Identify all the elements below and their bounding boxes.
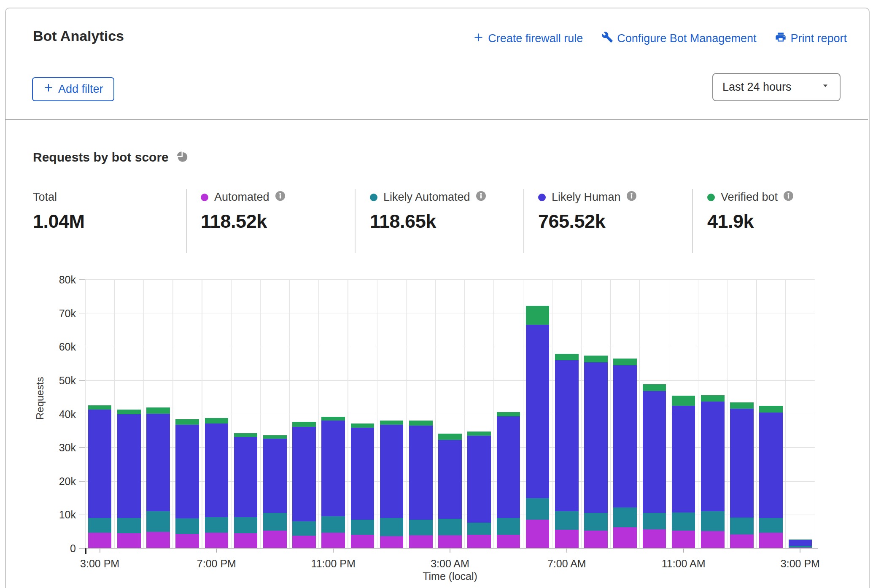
bar-segment-likely-automated[interactable] bbox=[497, 518, 520, 535]
bar-segment-automated[interactable] bbox=[613, 527, 637, 548]
bar-segment-verified-bot[interactable] bbox=[88, 405, 112, 410]
bar-segment-likely-automated[interactable] bbox=[730, 518, 754, 534]
info-icon[interactable] bbox=[275, 191, 285, 204]
bar-segment-likely-human[interactable] bbox=[205, 423, 229, 517]
bar-segment-verified-bot[interactable] bbox=[438, 434, 462, 440]
bar-segment-likely-human[interactable] bbox=[321, 421, 345, 517]
time-range-select[interactable]: Last 24 hours bbox=[712, 73, 841, 101]
bar-segment-automated[interactable] bbox=[175, 534, 199, 548]
bar-segment-automated[interactable] bbox=[438, 535, 462, 548]
bar-segment-likely-human[interactable] bbox=[613, 365, 637, 507]
bar-segment-verified-bot[interactable] bbox=[643, 384, 666, 391]
bar-segment-automated[interactable] bbox=[584, 531, 608, 548]
bar-segment-likely-automated[interactable] bbox=[409, 520, 433, 535]
add-filter-button[interactable]: Add filter bbox=[32, 77, 114, 101]
bar-segment-automated[interactable] bbox=[730, 534, 754, 548]
bar-segment-likely-human[interactable] bbox=[351, 428, 375, 520]
bar-segment-likely-automated[interactable] bbox=[321, 516, 345, 532]
bar-segment-likely-automated[interactable] bbox=[555, 511, 579, 530]
bar-segment-automated[interactable] bbox=[351, 535, 375, 548]
bar-segment-likely-automated[interactable] bbox=[175, 518, 199, 534]
bar-segment-verified-bot[interactable] bbox=[584, 356, 608, 362]
bar-segment-verified-bot[interactable] bbox=[467, 432, 491, 436]
bar-segment-likely-automated[interactable] bbox=[292, 521, 316, 535]
bar-segment-likely-human[interactable] bbox=[584, 362, 608, 513]
bar-segment-automated[interactable] bbox=[467, 535, 491, 548]
bar-segment-verified-bot[interactable] bbox=[263, 435, 287, 439]
bar-segment-automated[interactable] bbox=[205, 533, 229, 548]
bar-segment-verified-bot[interactable] bbox=[292, 422, 316, 427]
print-report-link[interactable]: Print report bbox=[775, 31, 847, 46]
bar-segment-verified-bot[interactable] bbox=[205, 418, 229, 423]
bar-segment-likely-human[interactable] bbox=[175, 425, 199, 518]
bar-segment-verified-bot[interactable] bbox=[380, 421, 404, 425]
bar-segment-likely-automated[interactable] bbox=[584, 513, 608, 530]
bar-segment-likely-automated[interactable] bbox=[438, 519, 462, 535]
bar-segment-verified-bot[interactable] bbox=[759, 406, 783, 412]
bar-segment-verified-bot[interactable] bbox=[613, 359, 637, 365]
bar-segment-automated[interactable] bbox=[526, 520, 550, 548]
bar-segment-likely-human[interactable] bbox=[467, 436, 491, 522]
bar-segment-verified-bot[interactable] bbox=[146, 407, 170, 413]
bar-segment-automated[interactable] bbox=[759, 533, 783, 548]
info-icon[interactable] bbox=[476, 191, 486, 204]
bar-segment-automated[interactable] bbox=[672, 531, 695, 548]
bar-segment-automated[interactable] bbox=[88, 533, 112, 548]
bar-segment-likely-automated[interactable] bbox=[643, 513, 666, 530]
bar-segment-likely-automated[interactable] bbox=[526, 498, 550, 520]
bar-segment-automated[interactable] bbox=[321, 533, 345, 548]
bar-segment-likely-human[interactable] bbox=[88, 410, 112, 518]
bar-segment-likely-human[interactable] bbox=[117, 414, 141, 518]
bar-segment-verified-bot[interactable] bbox=[321, 417, 345, 421]
bar-segment-likely-automated[interactable] bbox=[672, 512, 695, 531]
bar-segment-automated[interactable] bbox=[292, 536, 316, 548]
bar-segment-verified-bot[interactable] bbox=[526, 306, 550, 325]
bar-segment-likely-automated[interactable] bbox=[613, 507, 637, 527]
bar-segment-likely-human[interactable] bbox=[730, 409, 754, 518]
bar-segment-verified-bot[interactable] bbox=[234, 433, 258, 437]
bar-segment-likely-human[interactable] bbox=[701, 402, 725, 511]
bar-segment-likely-human[interactable] bbox=[409, 426, 433, 520]
bar-segment-likely-human[interactable] bbox=[789, 540, 812, 546]
bar-segment-automated[interactable] bbox=[555, 530, 579, 548]
bar-segment-automated[interactable] bbox=[497, 535, 520, 548]
bar-segment-verified-bot[interactable] bbox=[672, 396, 695, 406]
info-icon[interactable] bbox=[784, 191, 793, 204]
bar-segment-automated[interactable] bbox=[643, 529, 666, 548]
bar-segment-automated[interactable] bbox=[117, 533, 141, 548]
bar-segment-likely-automated[interactable] bbox=[701, 511, 725, 531]
bar-segment-likely-human[interactable] bbox=[526, 325, 550, 498]
configure-bot-management-link[interactable]: Configure Bot Management bbox=[601, 31, 756, 46]
bar-segment-likely-human[interactable] bbox=[555, 360, 579, 511]
bar-segment-likely-automated[interactable] bbox=[351, 520, 375, 535]
bar-segment-likely-human[interactable] bbox=[292, 427, 316, 522]
bar-segment-likely-human[interactable] bbox=[643, 391, 666, 513]
bar-segment-automated[interactable] bbox=[380, 536, 404, 548]
bar-segment-automated[interactable] bbox=[146, 532, 170, 548]
bar-segment-likely-automated[interactable] bbox=[263, 513, 287, 531]
bar-segment-likely-automated[interactable] bbox=[146, 511, 170, 532]
bar-segment-verified-bot[interactable] bbox=[497, 412, 520, 416]
bar-segment-likely-automated[interactable] bbox=[467, 523, 491, 535]
bar-segment-likely-human[interactable] bbox=[497, 416, 520, 518]
bar-segment-likely-automated[interactable] bbox=[205, 517, 229, 533]
bar-segment-likely-human[interactable] bbox=[672, 406, 695, 512]
bar-segment-verified-bot[interactable] bbox=[409, 421, 433, 425]
bar-segment-automated[interactable] bbox=[789, 548, 812, 548]
info-icon[interactable] bbox=[627, 191, 636, 204]
bar-segment-automated[interactable] bbox=[234, 533, 258, 548]
bar-segment-automated[interactable] bbox=[409, 535, 433, 548]
bar-segment-verified-bot[interactable] bbox=[730, 402, 754, 408]
bar-segment-likely-human[interactable] bbox=[234, 437, 258, 517]
bar-segment-likely-human[interactable] bbox=[263, 439, 287, 513]
bar-segment-automated[interactable] bbox=[701, 531, 725, 548]
bar-segment-likely-automated[interactable] bbox=[789, 546, 812, 547]
bar-segment-verified-bot[interactable] bbox=[701, 395, 725, 402]
create-firewall-rule-link[interactable]: Create firewall rule bbox=[473, 32, 583, 46]
bar-segment-verified-bot[interactable] bbox=[175, 419, 199, 425]
bar-segment-likely-human[interactable] bbox=[759, 413, 783, 518]
bar-segment-likely-automated[interactable] bbox=[88, 518, 112, 533]
bar-segment-likely-human[interactable] bbox=[380, 425, 404, 518]
bar-segment-likely-human[interactable] bbox=[146, 414, 170, 512]
bar-segment-likely-automated[interactable] bbox=[234, 517, 258, 533]
